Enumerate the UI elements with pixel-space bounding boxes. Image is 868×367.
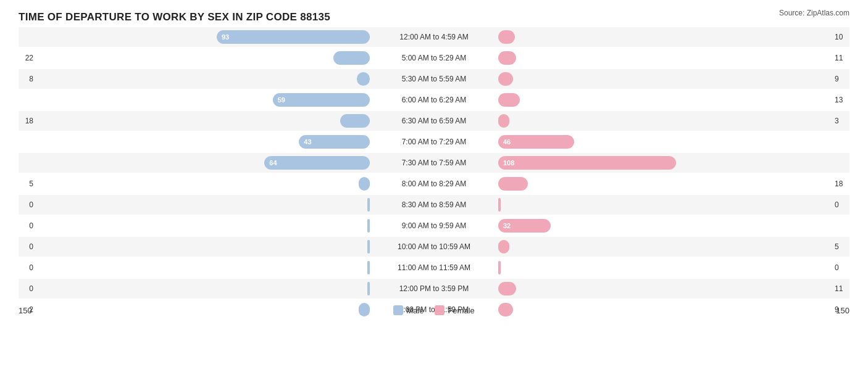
male-bar-wrap: [36, 261, 370, 274]
male-value: 8: [19, 75, 33, 83]
female-bar-wrap: [498, 177, 832, 191]
female-bar-wrap: [498, 51, 832, 65]
time-label: 5:30 AM to 5:59 AM: [372, 75, 496, 83]
male-value: 5: [19, 179, 33, 188]
male-value: 0: [19, 221, 33, 230]
male-value: 0: [19, 242, 33, 251]
female-bar-wrap: [498, 282, 832, 295]
bar-row: 43 7:00 AM to 7:29 AM 46: [19, 132, 849, 152]
female-value: 11: [835, 54, 849, 62]
female-bar: [498, 93, 520, 107]
legend-male-box: [393, 305, 403, 315]
right-side: 11: [496, 51, 849, 65]
right-side: 32: [496, 219, 849, 233]
male-bar: [367, 261, 370, 274]
time-label: 11:00 AM to 11:59 AM: [372, 263, 496, 272]
female-bar: [498, 240, 509, 254]
right-side: 13: [496, 93, 849, 107]
bar-row: 0 12:00 PM to 3:59 PM 11: [19, 279, 849, 299]
right-side: 10: [496, 30, 849, 44]
male-bar-wrap: [36, 114, 370, 128]
bar-row: 0 10:00 AM to 10:59 AM 5: [19, 237, 849, 257]
bar-row: 59 6:00 AM to 6:29 AM 13: [19, 90, 849, 110]
male-value: 0: [19, 200, 33, 209]
bar-row: 5 8:00 AM to 8:29 AM 18: [19, 174, 849, 194]
male-bar: [359, 177, 370, 191]
male-bar: [333, 51, 370, 65]
chart-container: TIME OF DEPARTURE TO WORK BY SEX IN ZIP …: [0, 0, 868, 367]
male-bar-wrap: [36, 282, 370, 295]
female-bar-wrap: [498, 261, 832, 274]
female-value: 3: [835, 117, 849, 125]
female-bar: [498, 51, 516, 65]
female-bar-wrap: [498, 198, 832, 212]
time-label: 8:00 AM to 8:29 AM: [372, 179, 496, 188]
female-bar: [498, 114, 509, 128]
left-side: 59: [19, 93, 372, 107]
time-label: 5:00 AM to 5:29 AM: [372, 54, 496, 62]
female-value-inside: 46: [498, 138, 515, 146]
male-value: 0: [19, 263, 33, 272]
bar-row: 0 11:00 AM to 11:59 AM 0: [19, 258, 849, 278]
bar-row: 8 5:30 AM to 5:59 AM 9: [19, 69, 849, 89]
male-bar: 59: [273, 93, 370, 107]
female-bar: [498, 30, 515, 44]
female-bar-wrap: 32: [498, 219, 849, 233]
male-bar-wrap: 43: [19, 135, 370, 149]
female-bar: [498, 282, 516, 295]
female-value: 11: [835, 284, 849, 293]
female-bar: [498, 72, 513, 86]
legend-male-label: Male: [406, 306, 424, 315]
left-side: 0: [19, 198, 372, 212]
legend-female: Female: [435, 305, 474, 315]
right-side: 3: [496, 114, 849, 128]
right-side: 9: [496, 72, 849, 86]
left-side: 93: [19, 30, 372, 44]
left-side: 8: [19, 72, 372, 86]
female-bar: 32: [498, 219, 551, 233]
time-label: 7:00 AM to 7:29 AM: [372, 138, 496, 146]
axis-row: 150 Male Female 150: [19, 305, 849, 315]
axis-right-label: 150: [496, 306, 849, 315]
chart-title: TIME OF DEPARTURE TO WORK BY SEX IN ZIP …: [19, 11, 849, 23]
male-bar-wrap: [36, 177, 370, 191]
male-value-inside: 64: [264, 159, 282, 167]
right-side: 5: [496, 240, 849, 254]
left-side: 64: [19, 156, 372, 170]
female-value-inside: 108: [498, 159, 519, 167]
left-side: 22: [19, 51, 372, 65]
female-bar-wrap: [498, 114, 832, 128]
rows-container: 93 12:00 AM to 4:59 AM 10 22: [19, 27, 849, 291]
male-value: 22: [19, 54, 33, 62]
male-bar-wrap: [36, 51, 370, 65]
female-bar: [498, 177, 528, 191]
male-value-inside: 93: [217, 33, 234, 41]
right-side: 108: [496, 156, 849, 170]
source-label: Source: ZipAtlas.com: [779, 9, 849, 17]
legend-female-label: Female: [448, 306, 474, 315]
male-bar: [357, 72, 370, 86]
female-bar-wrap: [498, 30, 832, 44]
female-value: 18: [835, 179, 849, 188]
time-label: 10:00 AM to 10:59 AM: [372, 242, 496, 251]
bar-row: 93 12:00 AM to 4:59 AM 10: [19, 27, 849, 47]
time-label: 7:30 AM to 7:59 AM: [372, 159, 496, 167]
female-value: 10: [835, 33, 849, 41]
female-value: 0: [835, 200, 849, 209]
time-label: 6:00 AM to 6:29 AM: [372, 96, 496, 104]
legend: Male Female: [372, 305, 496, 315]
male-bar: [367, 240, 370, 254]
male-bar: [340, 114, 370, 128]
female-bar: [498, 261, 501, 274]
bar-row: 22 5:00 AM to 5:29 AM 11: [19, 48, 849, 68]
male-value-inside: 59: [273, 96, 290, 104]
male-value: 18: [19, 117, 33, 125]
female-value: 9: [835, 75, 849, 83]
female-value: 0: [835, 263, 849, 272]
female-value-inside: 32: [498, 222, 515, 229]
bar-row: 64 7:30 AM to 7:59 AM 108: [19, 153, 849, 173]
left-side: 0: [19, 282, 372, 295]
male-bar-wrap: [36, 240, 370, 254]
female-bar: 46: [498, 135, 574, 149]
male-bar-wrap: 93: [19, 30, 370, 44]
